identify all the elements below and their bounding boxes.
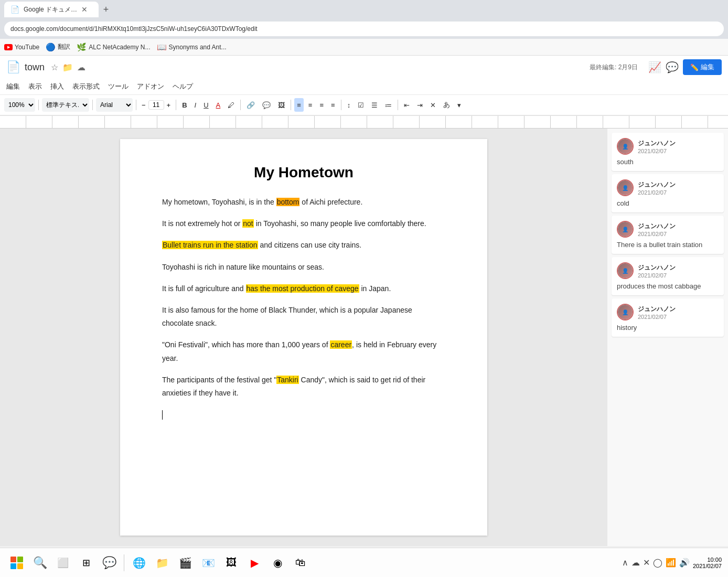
comment-2[interactable]: 👤 ジュンハノン 2021/02/07 cold (612, 174, 724, 212)
bookmark-translate[interactable]: 🔵 翻訳 (46, 42, 70, 52)
paragraph-7[interactable]: "Oni Festivali", which has more than 1,0… (162, 338, 445, 365)
increase-indent-button[interactable]: ⇥ (414, 98, 425, 112)
doc-page[interactable]: My Hometown My hometown, Toyohashi, is i… (120, 139, 487, 536)
checklist-button[interactable]: ☑ (355, 98, 367, 112)
zoom-select[interactable]: 100% (4, 98, 35, 112)
highlight-career: career (330, 340, 352, 349)
edge-taskbar-icon[interactable]: 🌐 (129, 552, 149, 573)
highlight-color-button[interactable]: 🖊 (225, 98, 237, 112)
menu-tools[interactable]: ツール (108, 82, 129, 91)
style-select[interactable]: 標準テキス... (42, 98, 89, 112)
tab-close-button[interactable]: ✕ (81, 5, 88, 14)
link-button[interactable]: 🔗 (244, 98, 258, 112)
folder-icon[interactable]: 📁 (62, 62, 73, 72)
paragraph-8[interactable]: The participants of the festival get "Ta… (162, 373, 445, 400)
align-justify-button[interactable]: ≡ (328, 98, 338, 112)
font-select[interactable]: Arial (96, 98, 133, 112)
comment-2-text: cold (617, 199, 719, 207)
address-bar: docs.google.com/document/d/1hiRMXKtq10mt… (0, 19, 728, 39)
menu-insert[interactable]: 挿入 (50, 82, 64, 91)
menu-help[interactable]: ヘルプ (173, 82, 193, 91)
paragraph-1[interactable]: My hometown, Toyohashi, is in the bottom… (162, 196, 445, 209)
browser-chrome: 📄 Google ドキュメ… ✕ + docs.google.com/docum… (0, 0, 728, 56)
edit-button[interactable]: ✏️ 編集 (683, 59, 722, 75)
url-input[interactable]: docs.google.com/document/d/1hiRMXKtq10mt… (4, 22, 724, 36)
circle-icon[interactable]: ◯ (653, 558, 662, 568)
paragraph-6[interactable]: It is also famous for the home of Black … (162, 304, 445, 330)
input-tools-menu-button[interactable]: ▾ (455, 98, 464, 112)
text-color-button[interactable]: A (213, 98, 223, 112)
win-quad-1 (10, 557, 16, 562)
divider-7 (341, 100, 341, 110)
photos-taskbar-icon[interactable]: 🖼 (221, 552, 242, 573)
underline-button[interactable]: U (201, 98, 211, 112)
font-size-increase-button[interactable]: + (165, 100, 173, 110)
menu-format[interactable]: 表示形式 (72, 82, 100, 91)
outlook-taskbar-icon[interactable]: 📧 (198, 552, 219, 573)
decrease-indent-button[interactable]: ⇤ (401, 98, 412, 112)
menu-addons[interactable]: アドオン (137, 82, 164, 91)
system-time[interactable]: 10:00 2021/02/07 (693, 557, 722, 569)
comment-4-header: 👤 ジュンハノン 2021/02/07 (617, 262, 719, 279)
new-tab-button[interactable]: + (99, 2, 113, 17)
docs-toolbar: 100% 標準テキス... Arial − 11 + B I U A 🖊 🔗 💬… (0, 94, 728, 115)
active-tab[interactable]: 📄 Google ドキュメ… ✕ (4, 2, 99, 17)
close-tray-icon[interactable]: ✕ (643, 558, 650, 568)
star-icon[interactable]: ☆ (51, 62, 58, 72)
menu-edit[interactable]: 編集 (6, 82, 20, 91)
cursor-paragraph[interactable] (162, 408, 445, 421)
chat-button[interactable]: 💬 (99, 552, 120, 573)
comment-3[interactable]: 👤 ジュンハノン 2021/02/07 There is a bullet tr… (612, 216, 724, 254)
image-button[interactable]: 🖼 (275, 98, 287, 112)
cloud-icon[interactable]: ☁ (77, 62, 85, 72)
store-taskbar-icon[interactable]: 🛍 (290, 552, 311, 573)
comment-1[interactable]: 👤 ジュンハノン 2021/02/07 south (612, 133, 724, 171)
bookmark-alc[interactable]: 🌿 ALC NetAcademy N... (77, 42, 150, 52)
bookmark-synonyms[interactable]: 📖 Synonyms and Ant... (157, 42, 227, 52)
numbered-list-button[interactable]: ≔ (382, 98, 394, 112)
align-right-button[interactable]: ≡ (317, 98, 326, 112)
media-player-taskbar-icon[interactable]: 🎬 (175, 552, 196, 573)
start-button[interactable] (6, 552, 27, 573)
comment-1-header: 👤 ジュンハノン 2021/02/07 (617, 138, 719, 155)
doc-canvas-wrapper[interactable]: My Hometown My hometown, Toyohashi, is i… (0, 129, 607, 546)
align-left-button[interactable]: ≡ (294, 98, 304, 112)
taskbar-separator-1 (124, 554, 124, 571)
bold-button[interactable]: B (179, 98, 189, 112)
header-actions: 📈 💬 ✏️ 編集 (648, 59, 722, 75)
highlight-tankiri: Tankiri (276, 376, 298, 384)
task-view-button[interactable]: ⬜ (52, 552, 73, 573)
up-arrow-icon[interactable]: ∧ (622, 558, 628, 568)
chrome-taskbar-icon[interactable]: ◉ (267, 552, 288, 573)
clear-format-button[interactable]: ✕ (427, 98, 438, 112)
align-center-button[interactable]: ≡ (306, 98, 315, 112)
font-size-decrease-button[interactable]: − (140, 100, 148, 110)
wifi-icon[interactable]: 📶 (666, 558, 676, 568)
comment-3-header: 👤 ジュンハノン 2021/02/07 (617, 221, 719, 238)
comment-inline-button[interactable]: 💬 (260, 98, 273, 112)
comment-2-avatar: 👤 (617, 179, 634, 196)
menu-view[interactable]: 表示 (28, 82, 42, 91)
paragraph-3[interactable]: Bullet trains run in the station and cit… (162, 239, 445, 252)
comment-icon[interactable]: 💬 (666, 61, 679, 73)
comment-1-meta: ジュンハノン 2021/02/07 (638, 139, 676, 154)
paragraph-5[interactable]: It is full of agriculture and has the mo… (162, 282, 445, 295)
bookmark-youtube[interactable]: YouTube (4, 44, 39, 51)
italic-button[interactable]: I (192, 98, 199, 112)
cloud-tray-icon[interactable]: ☁ (631, 558, 640, 568)
trend-icon[interactable]: 📈 (648, 61, 661, 73)
paragraph-2[interactable]: It is not extremely hot or not in Toyoha… (162, 217, 445, 230)
bullet-list-button[interactable]: ☰ (369, 98, 380, 112)
doc-title[interactable]: town (25, 62, 45, 73)
files-taskbar-icon[interactable]: 📁 (152, 552, 173, 573)
divider-5 (240, 100, 241, 110)
paragraph-4[interactable]: Toyohashi is rich in nature like mountai… (162, 261, 445, 274)
widgets-button[interactable]: ⊞ (76, 552, 97, 573)
comment-4[interactable]: 👤 ジュンハノン 2021/02/07 produces the most ca… (612, 257, 724, 295)
search-taskbar-button[interactable]: 🔍 (29, 552, 50, 573)
comment-5[interactable]: 👤 ジュンハノン 2021/02/07 history (612, 298, 724, 337)
youtube-taskbar-icon[interactable]: ▶ (244, 552, 265, 573)
line-spacing-button[interactable]: ↕ (345, 98, 354, 112)
input-tools-button[interactable]: あ (441, 98, 453, 112)
volume-icon[interactable]: 🔊 (679, 558, 690, 568)
